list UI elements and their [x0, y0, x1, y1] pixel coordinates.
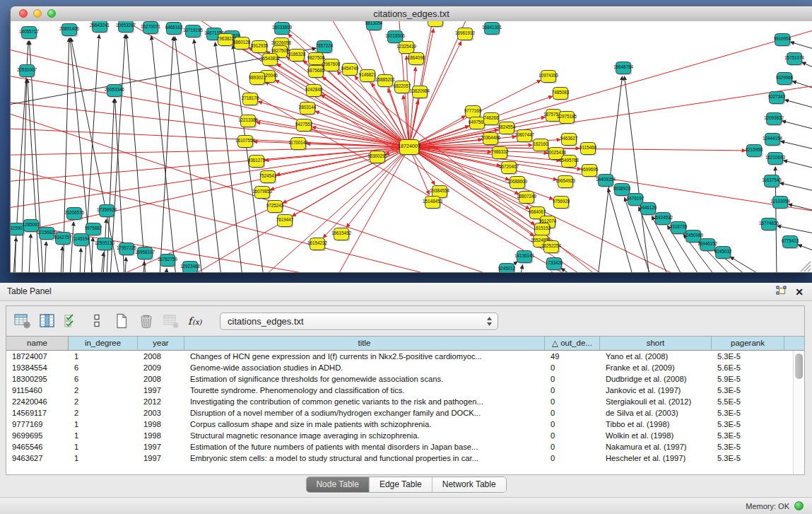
- graph-node[interactable]: 12093832: [764, 113, 784, 127]
- table-row[interactable]: 1456911722003Disruption of a novel membe…: [6, 407, 804, 419]
- graph-node[interactable]: 15885201: [375, 75, 396, 88]
- graph-node[interactable]: 9975887: [85, 223, 102, 237]
- table-row[interactable]: 2242004622012Investigating the contribut…: [6, 396, 804, 407]
- graph-node-hub[interactable]: 18724007: [398, 140, 420, 156]
- graph-node[interactable]: 16720407: [499, 162, 519, 175]
- table-row[interactable]: 969969511998Structural magnetic resonanc…: [6, 430, 804, 441]
- graph-node[interactable]: 17957225: [117, 243, 137, 257]
- graph-node[interactable]: 11254194: [425, 21, 445, 28]
- graph-node[interactable]: 1733426: [546, 258, 563, 271]
- graph-node[interactable]: 1615152: [534, 223, 551, 237]
- graph-node[interactable]: 9115460: [579, 143, 597, 156]
- column-header[interactable]: name: [6, 337, 69, 350]
- graph-node[interactable]: 20364486: [481, 133, 501, 146]
- tab-network-table[interactable]: Network Table: [433, 477, 506, 492]
- graph-node[interactable]: 10974393: [539, 71, 559, 84]
- graph-node[interactable]: 16543812: [260, 54, 281, 67]
- graph-node[interactable]: 20206576: [64, 208, 85, 221]
- graph-node[interactable]: 9875685: [307, 66, 325, 79]
- graph-node[interactable]: 6822057: [394, 81, 411, 95]
- tab-edge-table[interactable]: Edge Table: [370, 477, 433, 492]
- graph-node[interactable]: 9893021: [249, 73, 266, 86]
- graph-node[interactable]: 16154232: [307, 238, 328, 252]
- graph-node[interactable]: 9446120: [640, 203, 657, 216]
- graph-node[interactable]: 14055717: [19, 27, 40, 40]
- new-table-icon[interactable]: [112, 312, 131, 330]
- graph-node[interactable]: 10653287: [116, 21, 136, 33]
- table-row[interactable]: 1872400712008Changes of HCN gene express…: [6, 351, 804, 362]
- tab-node-table[interactable]: Node Table: [306, 477, 370, 492]
- graph-node[interactable]: 7485083: [552, 88, 570, 101]
- graph-node[interactable]: 12213386: [238, 115, 259, 129]
- table-settings-icon[interactable]: [13, 312, 32, 330]
- graph-node[interactable]: 6775413: [782, 236, 799, 250]
- column-header[interactable]: short: [600, 337, 712, 350]
- graph-node[interactable]: 1864098: [408, 53, 425, 66]
- graph-node[interactable]: 6466163: [165, 23, 183, 36]
- graph-node[interactable]: 7524541: [259, 171, 277, 185]
- graph-node[interactable]: 10688609: [507, 177, 528, 190]
- table-row[interactable]: 946554611997Estimation of the future num…: [6, 441, 804, 452]
- graph-node[interactable]: 12505133: [95, 238, 115, 252]
- graph-node[interactable]: 7857224: [316, 41, 334, 54]
- graph-node[interactable]: 8813054: [365, 21, 383, 31]
- table-row[interactable]: 977716911998Corpus callosum shape and si…: [6, 419, 804, 430]
- table-row[interactable]: 1830029562008Estimation of significance …: [6, 373, 804, 385]
- column-header[interactable]: in_degree: [69, 337, 138, 350]
- graph-node[interactable]: 17359928: [97, 205, 117, 218]
- close-panel-icon[interactable]: ✕: [795, 286, 804, 298]
- graph-node[interactable]: 12975185: [557, 112, 577, 125]
- select-all-columns-icon[interactable]: [63, 312, 81, 330]
- graph-node[interactable]: 12103054: [770, 197, 791, 210]
- graph-node[interactable]: 9361275: [248, 156, 266, 169]
- graph-node[interactable]: 9329966: [776, 73, 794, 86]
- table-selector-dropdown[interactable]: citations_edges.txt: [220, 313, 498, 330]
- column-edit-icon[interactable]: [38, 312, 57, 330]
- delete-icon[interactable]: [137, 312, 155, 330]
- graph-node[interactable]: 11700142: [288, 138, 308, 151]
- graph-node[interactable]: 12444154: [763, 134, 783, 147]
- graph-node[interactable]: 8860128: [233, 37, 251, 51]
- graph-node[interactable]: 10807447: [514, 130, 535, 144]
- column-header[interactable]: pagerank: [712, 337, 784, 350]
- column-header[interactable]: △ out_de...: [545, 337, 600, 350]
- graph-node[interactable]: 20053346: [105, 85, 125, 98]
- graph-node[interactable]: 16958107: [135, 247, 155, 261]
- graph-node[interactable]: 8912935: [251, 41, 269, 54]
- graph-node[interactable]: 8186328: [288, 49, 306, 63]
- graph-node[interactable]: 16648784: [613, 62, 634, 76]
- graph-node[interactable]: 7963822: [217, 34, 235, 47]
- import-table-icon[interactable]: [162, 312, 180, 330]
- graph-node[interactable]: 9245012: [498, 264, 516, 273]
- column-header[interactable]: title: [184, 337, 545, 350]
- float-panel-icon[interactable]: [776, 286, 787, 298]
- graph-node[interactable]: 8454749: [341, 64, 359, 77]
- graph-node[interactable]: 1145194: [73, 234, 90, 247]
- graph-node[interactable]: 2718176: [242, 93, 259, 107]
- graph-node[interactable]: 16107554: [235, 136, 256, 149]
- table-row[interactable]: 1938455462009Genome-wide association stu…: [6, 362, 804, 373]
- table-row[interactable]: 946362711997Embryonic stem cells: a mode…: [6, 452, 804, 464]
- graph-node[interactable]: 15751074: [784, 53, 805, 66]
- graph-node[interactable]: 20891406: [59, 24, 80, 37]
- graph-node[interactable]: 9725243: [266, 201, 284, 214]
- graph-node[interactable]: 19654923: [555, 176, 576, 189]
- graph-node[interactable]: 9245032: [714, 247, 732, 260]
- graph-node[interactable]: 8427552: [295, 119, 313, 133]
- graph-node[interactable]: 9146821: [359, 70, 377, 83]
- graph-node[interactable]: 9699695: [581, 165, 599, 178]
- graph-node[interactable]: 20531007: [17, 65, 37, 78]
- graph-node[interactable]: 2803144: [299, 103, 317, 116]
- rows-icon[interactable]: [88, 312, 106, 330]
- graph-node[interactable]: 2967608: [323, 59, 341, 73]
- network-window-titlebar[interactable]: citations_edges.txt: [11, 6, 812, 22]
- graph-node[interactable]: 9756928: [553, 197, 570, 210]
- graph-node[interactable]: 7619447: [276, 215, 294, 228]
- graph-node[interactable]: 18807249: [517, 192, 537, 205]
- graph-node[interactable]: 15270071: [141, 22, 161, 35]
- graph-node[interactable]: 7986332: [491, 147, 509, 160]
- graph-node[interactable]: 15495768: [559, 156, 579, 169]
- vertical-scrollbar[interactable]: [793, 351, 804, 474]
- graph-node[interactable]: 16252254: [541, 241, 562, 255]
- table-row[interactable]: 911546021997Tourette syndrome. Phenomeno…: [6, 385, 804, 396]
